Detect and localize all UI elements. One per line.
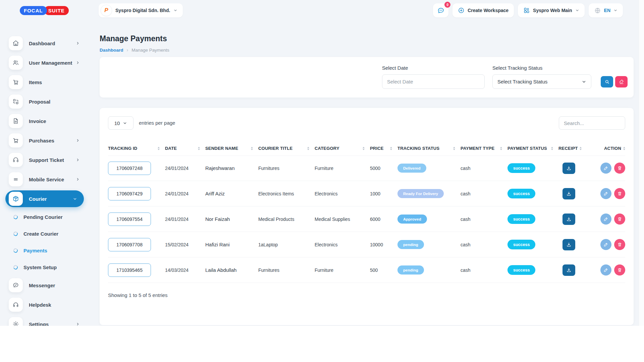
pencil-icon — [603, 267, 608, 273]
tracking-id-chip[interactable]: 1706097708 — [108, 238, 151, 251]
column-header-receipt[interactable]: RECEIPT — [558, 146, 599, 151]
sidebar-item-label: Messenger — [29, 283, 55, 288]
delete-button[interactable] — [614, 239, 625, 250]
sort-icon[interactable] — [390, 147, 392, 150]
sort-icon[interactable] — [551, 147, 553, 150]
receipt-download-button[interactable] — [562, 163, 575, 174]
sidebar-item-proposal[interactable]: Proposal — [0, 92, 91, 111]
search-icon — [604, 79, 610, 84]
delete-button[interactable] — [614, 163, 625, 174]
pencil-icon — [603, 166, 608, 171]
courier-title-cell: 1aLaptop — [258, 242, 315, 247]
column-header-payment-type[interactable]: PAYMENT TYPE — [461, 146, 507, 151]
workspace-selector[interactable]: P Syspro Digital Sdn. Bhd. — [99, 3, 183, 17]
tracking-id-chip[interactable]: 1706097554 — [108, 213, 151, 226]
column-header-sender-name[interactable]: SENDER NAME — [205, 146, 258, 151]
column-header-date[interactable]: DATE — [165, 146, 205, 151]
tracking-status-badge: Delivered — [397, 164, 426, 173]
sidebar-item-purchases[interactable]: Purchases — [0, 131, 91, 150]
sidebar-item-user-management[interactable]: User Management — [0, 53, 91, 72]
sidebar: Dashboard User Management Items Proposal — [0, 21, 91, 326]
sort-icon[interactable] — [363, 147, 365, 150]
focal-suite-logo: FOCAL SUITE — [20, 6, 69, 15]
payment-type-cell: cash — [461, 217, 507, 222]
sidebar-subitem-payments[interactable]: Payments — [0, 242, 91, 259]
pencil-icon — [603, 217, 608, 222]
column-header-action[interactable]: ACTION — [599, 146, 625, 151]
tracking-id-chip[interactable]: 1710395465 — [108, 263, 151, 277]
receipt-download-button[interactable] — [562, 214, 575, 225]
delete-button[interactable] — [614, 264, 625, 276]
column-header-category[interactable]: CATEGORY — [315, 146, 370, 151]
sort-icon[interactable] — [500, 147, 502, 150]
sidebar-item-settings[interactable]: Settings — [0, 314, 91, 326]
sort-icon[interactable] — [580, 147, 582, 150]
edit-button[interactable] — [600, 163, 611, 174]
column-header-payment-status[interactable]: PAYMENT STATUS — [507, 146, 558, 151]
sidebar-item-helpdesk[interactable]: Helpdesk — [0, 295, 91, 314]
bullet-icon — [13, 214, 18, 220]
filter-search-button[interactable] — [601, 76, 613, 87]
column-header-tracking-id[interactable]: TRACKING ID — [108, 146, 165, 151]
sort-icon[interactable] — [453, 147, 455, 150]
language-label: EN — [604, 8, 610, 13]
tracking-status-select[interactable]: Select Tracking Status — [492, 74, 591, 89]
sort-icon[interactable] — [623, 147, 625, 150]
courier-title-cell: Furnitures — [258, 166, 315, 171]
receipt-download-button[interactable] — [562, 264, 575, 276]
sidebar-subitem-system-setup[interactable]: System Setup — [0, 259, 91, 276]
trash-icon — [617, 166, 622, 171]
sidebar-item-items[interactable]: Items — [0, 72, 91, 92]
column-header-price[interactable]: PRICE — [370, 146, 397, 151]
topbar: FOCAL SUITE P Syspro Digital Sdn. Bhd. 0 — [0, 0, 639, 21]
filter-clear-button[interactable] — [615, 76, 628, 87]
receipt-download-button[interactable] — [562, 239, 575, 250]
sort-icon[interactable] — [158, 147, 160, 150]
delete-button[interactable] — [614, 214, 625, 225]
sort-icon[interactable] — [198, 147, 200, 150]
logo-suite: SUITE — [44, 6, 69, 15]
bullet-icon — [13, 248, 18, 253]
workspace-switcher[interactable]: Syspro Web Main — [518, 3, 584, 17]
chevron-right-icon — [76, 41, 80, 45]
select-date-input[interactable] — [382, 74, 485, 89]
table-search-input[interactable] — [559, 116, 625, 130]
sidebar-item-label: User Management — [29, 60, 72, 66]
edit-button[interactable] — [600, 239, 611, 250]
column-header-tracking-status[interactable]: TRACKING STATUS — [397, 146, 461, 151]
create-workspace-button[interactable]: Create Workspace — [452, 3, 514, 17]
sidebar-item-courier[interactable]: Courier — [5, 190, 84, 207]
messages-button[interactable]: 0 — [433, 3, 448, 17]
sidebar-item-invoice[interactable]: Invoice — [0, 111, 91, 131]
sidebar-item-messenger[interactable]: Messenger — [0, 276, 91, 295]
payment-type-cell: cash — [461, 242, 507, 247]
column-header-courier-title[interactable]: COURIER TITLE — [258, 146, 315, 151]
page-scrollbar[interactable] — [639, 0, 644, 326]
entries-per-page-select[interactable]: 10 — [108, 116, 133, 130]
breadcrumb-dashboard-link[interactable]: Dashboard — [100, 48, 123, 53]
tracking-id-chip[interactable]: 1706097248 — [108, 162, 151, 175]
tracking-id-chip[interactable]: 1706097429 — [108, 187, 151, 200]
edit-button[interactable] — [600, 264, 611, 276]
sort-icon[interactable] — [307, 147, 309, 150]
sort-icon[interactable] — [251, 147, 253, 150]
users-icon — [9, 56, 23, 70]
chevron-right-icon — [76, 322, 80, 326]
edit-button[interactable] — [600, 214, 611, 225]
receipt-download-button[interactable] — [562, 188, 575, 199]
delete-button[interactable] — [614, 188, 625, 199]
sidebar-item-mobile-service[interactable]: Mobile Service — [0, 170, 91, 189]
payment-status-badge: success — [507, 163, 535, 173]
sidebar-item-support-ticket[interactable]: Support Ticket — [0, 150, 91, 170]
sidebar-subitem-create-courier[interactable]: Create Courier — [0, 225, 91, 242]
price-cell: 500 — [370, 267, 397, 273]
table-footer-summary: Showing 1 to 5 of 5 entries — [108, 292, 168, 298]
edit-button[interactable] — [600, 188, 611, 199]
category-cell: Furniture — [315, 166, 370, 171]
sidebar-item-label: Items — [29, 79, 42, 85]
language-selector[interactable]: EN — [589, 3, 623, 17]
sidebar-subitem-pending-courier[interactable]: Pending Courier — [0, 208, 91, 225]
sidebar-item-dashboard[interactable]: Dashboard — [0, 34, 91, 53]
chevron-right-icon — [76, 138, 80, 142]
sidebar-item-label: Support Ticket — [29, 157, 64, 163]
